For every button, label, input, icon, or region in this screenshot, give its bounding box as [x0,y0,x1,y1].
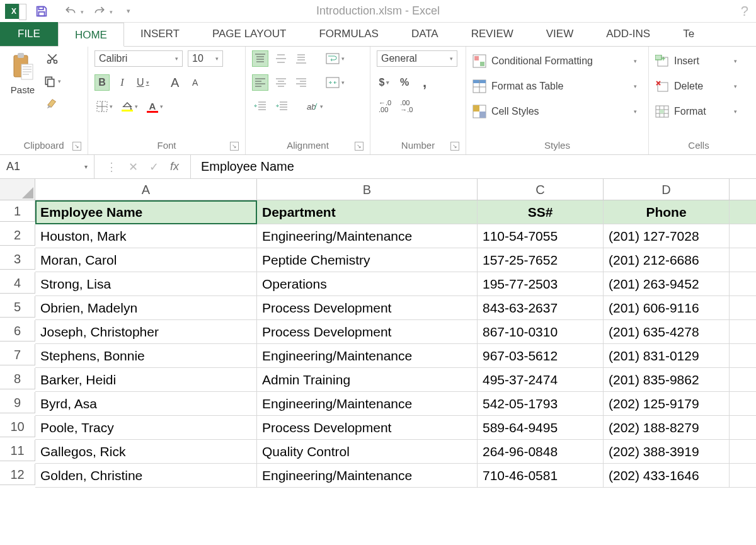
cell[interactable]: Quality Control [257,440,478,464]
row-header[interactable]: 5 [0,296,35,318]
col-header-d[interactable]: D [604,179,730,200]
cell[interactable]: Golden, Christine [35,464,257,488]
cell[interactable] [730,224,756,248]
cell[interactable] [730,416,756,440]
increase-font-icon[interactable]: A [168,74,183,91]
cell-styles-button[interactable]: Cell Styles ▾ [472,101,642,122]
tab-page-layout[interactable]: PAGE LAYOUT [196,22,302,46]
tab-view[interactable]: VIEW [530,22,590,46]
cell[interactable] [730,272,756,296]
delete-cells-button[interactable]: Delete ▾ [655,76,742,97]
tab-home[interactable]: HOME [58,23,124,47]
cell[interactable]: 843-63-2637 [478,296,604,320]
cell[interactable]: Peptide Chemistry [257,248,478,272]
orientation-icon[interactable]: ab [304,98,325,115]
row-header[interactable]: 6 [0,320,35,341]
underline-button[interactable]: U [135,74,151,91]
enter-formula-icon[interactable]: ✓ [149,160,159,174]
cell[interactable]: Barker, Heidi [35,368,257,392]
tab-insert[interactable]: INSERT [124,22,196,46]
cell[interactable]: (201) 263-9452 [604,272,730,296]
row-header[interactable]: 10 [0,416,35,437]
cell[interactable] [730,464,756,488]
col-header-c[interactable]: C [478,179,604,200]
cell[interactable]: (202) 388-3919 [604,440,730,464]
font-dialog-launcher-icon[interactable]: ↘ [230,142,239,151]
format-as-table-button[interactable]: Format as Table ▾ [472,76,642,97]
cell[interactable]: 542-05-1793 [478,392,604,416]
cell[interactable]: Gallegos, Rick [35,440,257,464]
col-header-a[interactable]: A [35,179,257,200]
cell[interactable]: Strong, Lisa [35,272,257,296]
row-header[interactable]: 9 [0,392,35,413]
cell[interactable]: Poole, Tracy [35,416,257,440]
row-header[interactable]: 4 [0,272,35,294]
decrease-indent-icon[interactable] [252,98,268,115]
cell[interactable] [730,368,756,392]
cell[interactable]: Joseph, Christopher [35,320,257,344]
tab-team[interactable]: Te [667,22,711,46]
cell[interactable]: Department [257,200,478,224]
col-header-e[interactable] [730,179,756,200]
cell[interactable]: Admin Training [257,368,478,392]
cut-icon[interactable] [42,50,63,67]
cell[interactable]: (202) 125-9179 [604,392,730,416]
copy-icon[interactable] [42,73,63,89]
align-middle-icon[interactable] [273,50,289,67]
cell[interactable]: 110-54-7055 [478,224,604,248]
cell[interactable]: (201) 831-0129 [604,344,730,368]
currency-button[interactable]: $ [377,74,392,91]
cell[interactable] [730,320,756,344]
cell[interactable]: Operations [257,272,478,296]
italic-button[interactable]: I [115,74,130,91]
help-icon[interactable]: ? [741,3,748,20]
cell[interactable] [730,344,756,368]
decrease-font-icon[interactable]: A [188,74,203,91]
decrease-decimal-icon[interactable]: .00→.0 [398,98,415,115]
customize-qat-icon[interactable]: ▾ [121,4,136,19]
paste-button[interactable]: Paste [6,50,39,96]
cell[interactable]: (202) 188-8279 [604,416,730,440]
formula-more-icon[interactable]: ⋮ [106,160,117,174]
cell[interactable]: Process Development [257,296,478,320]
cell[interactable]: 589-64-9495 [478,416,604,440]
tab-formulas[interactable]: FORMULAS [302,22,394,46]
row-header[interactable]: 8 [0,368,35,389]
tab-file[interactable]: FILE [0,22,58,46]
increase-indent-icon[interactable] [273,98,290,115]
row-header[interactable]: 11 [0,440,35,461]
cell[interactable]: Process Development [257,416,478,440]
align-center-icon[interactable] [273,74,289,91]
comma-style-button[interactable]: , [417,74,432,91]
cell[interactable]: Byrd, Asa [35,392,257,416]
cell[interactable]: 195-77-2503 [478,272,604,296]
cell[interactable]: Houston, Mark [35,224,257,248]
cell[interactable]: Process Development [257,320,478,344]
cell[interactable]: Engineering/Maintenance [257,344,478,368]
cell[interactable]: 710-46-0581 [478,464,604,488]
cell[interactable]: Obrien, Madelyn [35,296,257,320]
cell[interactable]: (201) 212-6686 [604,248,730,272]
number-format-combo[interactable]: General▾ [377,50,457,67]
row-header[interactable]: 7 [0,344,35,365]
cell[interactable]: 495-37-2474 [478,368,604,392]
alignment-dialog-launcher-icon[interactable]: ↘ [355,142,364,151]
wrap-text-icon[interactable] [324,50,346,67]
align-left-icon[interactable] [252,74,268,91]
tab-review[interactable]: REVIEW [455,22,530,46]
percent-button[interactable]: % [397,74,412,91]
insert-cells-button[interactable]: Insert ▾ [655,50,742,72]
cell[interactable]: (201) 835-9862 [604,368,730,392]
align-bottom-icon[interactable] [294,50,309,67]
align-right-icon[interactable] [294,74,309,91]
cell[interactable]: 264-96-0848 [478,440,604,464]
cell[interactable] [730,392,756,416]
tab-data[interactable]: DATA [395,22,455,46]
cell[interactable]: Employee Name [35,200,257,224]
cell[interactable]: Engineering/Maintenance [257,224,478,248]
cell[interactable]: Phone [604,200,730,224]
cell[interactable] [730,200,756,224]
worksheet-grid[interactable]: A B C D 1 Employee Name Department SS# P… [0,179,756,488]
col-header-b[interactable]: B [257,179,478,200]
row-header[interactable]: 12 [0,464,35,485]
